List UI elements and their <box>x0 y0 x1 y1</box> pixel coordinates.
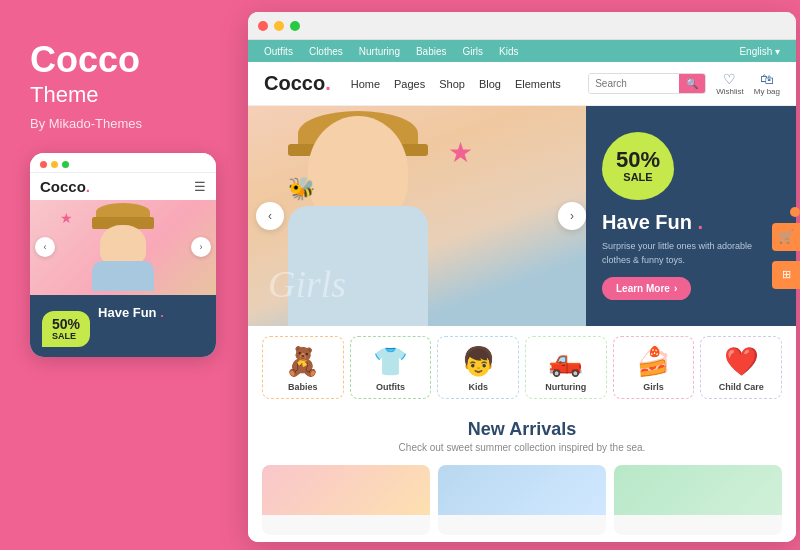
site-logo: Cocco. <box>264 72 331 95</box>
hero-right-panel: 50% SALE Have Fun . Surprise your little… <box>586 106 796 326</box>
bag-icon: 🛍 <box>760 71 774 87</box>
new-arrivals-subtitle: Check out sweet summer collection inspir… <box>248 442 796 453</box>
language-selector[interactable]: English ▾ <box>739 46 780 57</box>
mobile-have-fun-text: Have Fun . <box>98 305 164 320</box>
browser-dot-green <box>290 21 300 31</box>
nav-teal: Outfits Clothes Nurturing Babies Girls K… <box>248 40 796 62</box>
heart-icon: ♡ <box>723 71 736 87</box>
nav-home[interactable]: Home <box>351 78 380 90</box>
mobile-hamburger-icon[interactable]: ☰ <box>194 179 206 194</box>
category-kids[interactable]: 👦 Kids <box>437 336 519 399</box>
nurturing-label: Nurturing <box>545 382 586 392</box>
outfits-label: Outfits <box>376 382 405 392</box>
product-card-1[interactable] <box>262 465 430 535</box>
star-decoration: ★ <box>448 136 473 169</box>
side-filter-button[interactable]: ⊞ <box>772 261 800 289</box>
search-button[interactable]: 🔍 <box>679 74 705 93</box>
learn-more-button[interactable]: Learn More › <box>602 277 691 300</box>
search-box: 🔍 <box>588 73 706 94</box>
mobile-hero: ‹ › ★ <box>30 200 216 295</box>
child-care-icon: ❤️ <box>724 345 759 378</box>
nav-teal-clothes[interactable]: Clothes <box>309 46 343 57</box>
mobile-dot-yellow <box>51 161 58 168</box>
script-watermark: Girls <box>268 262 346 306</box>
mobile-arrow-left[interactable]: ‹ <box>35 237 55 257</box>
wishlist-icon-item[interactable]: ♡ Wishlist <box>716 71 744 96</box>
brand-title: Cocco <box>30 40 140 80</box>
bag-icon-item[interactable]: 🛍 My bag <box>754 71 780 96</box>
girls-label: Girls <box>643 382 664 392</box>
hero-girl-image: Girls ★ 🐝 <box>248 106 588 326</box>
nav-teal-babies[interactable]: Babies <box>416 46 447 57</box>
left-panel: Cocco Theme By Mikado-Themes Cocco. ☰ <box>0 0 250 550</box>
search-input[interactable] <box>589 74 679 93</box>
product-card-2[interactable] <box>438 465 606 535</box>
nav-pages[interactable]: Pages <box>394 78 425 90</box>
bee-decoration: 🐝 <box>288 176 315 202</box>
browser-dot-red <box>258 21 268 31</box>
nurturing-icon: 🛻 <box>548 345 583 378</box>
product-image-1 <box>262 465 430 515</box>
mobile-top-bar <box>30 153 216 173</box>
category-row: 🧸 Babies 👕 Outfits 👦 Kids 🛻 Nurturing 🍰 … <box>248 326 796 409</box>
kids-icon: 👦 <box>461 345 496 378</box>
browser-mockup: Outfits Clothes Nurturing Babies Girls K… <box>248 12 796 542</box>
nav-shop[interactable]: Shop <box>439 78 465 90</box>
mobile-logo-row: Cocco. ☰ <box>30 173 216 200</box>
nav-blog[interactable]: Blog <box>479 78 501 90</box>
category-child-care[interactable]: ❤️ Child Care <box>700 336 782 399</box>
product-card-3[interactable] <box>614 465 782 535</box>
product-row <box>248 457 796 542</box>
star-decoration: ★ <box>60 210 73 226</box>
brand-subtitle: Theme <box>30 82 98 108</box>
new-arrivals-section: New Arrivals Check out sweet summer coll… <box>248 409 796 457</box>
brand-by: By Mikado-Themes <box>30 116 142 131</box>
main-nav-links: Home Pages Shop Blog Elements <box>351 78 561 90</box>
sale-bubble: 50% SALE <box>602 132 674 200</box>
main-nav: Cocco. Home Pages Shop Blog Elements 🔍 ♡… <box>248 62 796 106</box>
mobile-sale-badge: 50% SALE <box>42 311 90 347</box>
babies-icon: 🧸 <box>285 345 320 378</box>
product-image-3 <box>614 465 782 515</box>
mobile-mockup: Cocco. ☰ ‹ › ★ 50% SALE <box>30 153 216 357</box>
category-nurturing[interactable]: 🛻 Nurturing <box>525 336 607 399</box>
nav-teal-kids[interactable]: Kids <box>499 46 518 57</box>
side-accent: 🛒 ⊞ <box>772 207 800 289</box>
mobile-dot-green <box>62 161 69 168</box>
product-image-2 <box>438 465 606 515</box>
category-outfits[interactable]: 👕 Outfits <box>350 336 432 399</box>
mobile-dot-red <box>40 161 47 168</box>
category-girls[interactable]: 🍰 Girls <box>613 336 695 399</box>
nav-teal-girls[interactable]: Girls <box>463 46 484 57</box>
browser-dot-yellow <box>274 21 284 31</box>
nav-teal-outfits[interactable]: Outfits <box>264 46 293 57</box>
hero-section: Girls ★ 🐝 ‹ › 50% SALE Have Fun . Surpri… <box>248 106 796 326</box>
mobile-window-dots <box>40 161 69 168</box>
babies-label: Babies <box>288 382 318 392</box>
nav-elements[interactable]: Elements <box>515 78 561 90</box>
kids-label: Kids <box>468 382 488 392</box>
mobile-logo: Cocco. <box>40 178 90 195</box>
side-dot-1 <box>790 207 800 217</box>
arrow-right-icon: › <box>674 283 677 294</box>
hero-description: Surprise your little ones with adorable … <box>602 240 780 267</box>
child-care-label: Child Care <box>719 382 764 392</box>
hero-arrow-left[interactable]: ‹ <box>256 202 284 230</box>
hero-arrow-right[interactable]: › <box>558 202 586 230</box>
outfits-icon: 👕 <box>373 345 408 378</box>
mobile-blue-section: 50% SALE Have Fun . <box>30 295 216 357</box>
girls-icon: 🍰 <box>636 345 671 378</box>
nav-icons: ♡ Wishlist 🛍 My bag <box>716 71 780 96</box>
hero-title: Have Fun . <box>602 210 780 234</box>
nav-teal-nurturing[interactable]: Nurturing <box>359 46 400 57</box>
mobile-arrow-right[interactable]: › <box>191 237 211 257</box>
side-cart-button[interactable]: 🛒 <box>772 223 800 251</box>
browser-top-bar <box>248 12 796 40</box>
category-babies[interactable]: 🧸 Babies <box>262 336 344 399</box>
new-arrivals-title: New Arrivals <box>248 419 796 440</box>
